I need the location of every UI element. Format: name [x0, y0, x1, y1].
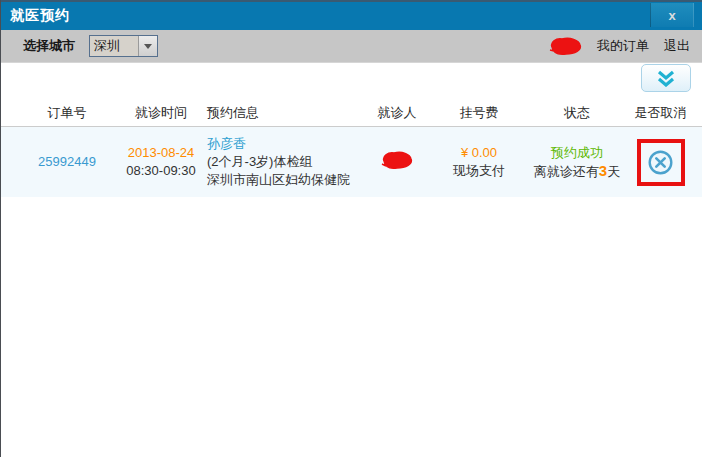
close-icon: x [668, 8, 675, 23]
days-prefix: 离就诊还有 [534, 164, 599, 179]
hospital-name: 深圳市南山区妇幼保健院 [207, 171, 361, 189]
double-chevron-down-icon [655, 70, 677, 87]
red-highlight-annotation [637, 139, 685, 186]
redaction-scribble-username [548, 37, 582, 55]
cancel-order-button[interactable] [647, 149, 674, 176]
order-number[interactable]: 25992449 [11, 153, 123, 171]
visit-date: 2013-08-24 [123, 144, 199, 162]
orders-table-header: 订单号 就诊时间 预约信息 就诊人 挂号费 状态 是否取消 [1, 99, 702, 127]
fee-cell: ¥ 0.00 现场支付 [433, 144, 525, 180]
visit-time-cell: 2013-08-24 08:30-09:30 [123, 144, 199, 180]
days-remaining: 离就诊还有3天 [525, 162, 629, 181]
header-fee: 挂号费 [433, 104, 525, 122]
collapse-panel-button[interactable] [641, 64, 691, 92]
city-dropdown[interactable]: 深圳 [89, 35, 158, 57]
days-suffix: 天 [607, 164, 620, 179]
city-dropdown-value: 深圳 [90, 37, 120, 55]
fee-amount: ¥ 0.00 [433, 144, 525, 162]
status-success: 预约成功 [525, 144, 629, 162]
checkup-group: (2个月-3岁)体检组 [207, 153, 361, 171]
triangle-down-icon [144, 44, 152, 49]
header-order-no: 订单号 [11, 104, 123, 122]
toolbar: 选择城市 深圳 我的订单 退出 [1, 30, 702, 63]
my-orders-link[interactable]: 我的订单 [597, 37, 649, 55]
header-patient: 就诊人 [361, 104, 433, 122]
appointment-window: 就医预约 x 选择城市 深圳 我的订单 退出 [0, 0, 702, 457]
title-bar: 就医预约 x [1, 0, 702, 30]
fee-method: 现场支付 [433, 162, 525, 180]
logout-link[interactable]: 退出 [664, 37, 690, 55]
toolbar-links: 我的订单 退出 [548, 37, 690, 55]
city-select-label: 选择城市 [23, 37, 75, 55]
city-selector-group: 选择城市 深圳 [23, 35, 158, 57]
header-appointment-info: 预约信息 [199, 104, 361, 122]
dropdown-arrow-button[interactable] [138, 36, 157, 56]
visit-time-range: 08:30-09:30 [123, 162, 199, 180]
header-cancel: 是否取消 [629, 104, 692, 122]
appointment-info-cell: 孙彦香 (2个月-3岁)体检组 深圳市南山区妇幼保健院 [199, 135, 361, 189]
patient-cell [361, 150, 433, 175]
days-number: 3 [599, 162, 607, 179]
cancel-cell [629, 139, 692, 186]
redaction-scribble-patient [381, 150, 413, 170]
header-status: 状态 [525, 104, 629, 122]
status-cell: 预约成功 离就诊还有3天 [525, 144, 629, 181]
patient-name-link[interactable]: 孙彦香 [207, 135, 361, 153]
close-button[interactable]: x [650, 3, 694, 27]
header-visit-time: 就诊时间 [123, 104, 199, 122]
window-title: 就医预约 [10, 7, 70, 25]
order-row: 25992449 2013-08-24 08:30-09:30 孙彦香 (2个月… [1, 127, 702, 197]
